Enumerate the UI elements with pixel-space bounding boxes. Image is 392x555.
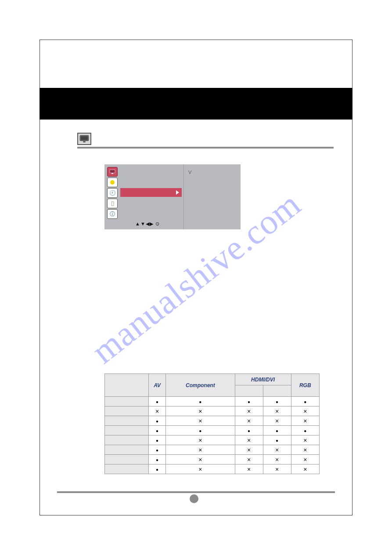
- chapter-title-bar: [40, 88, 352, 120]
- table-cell: [149, 464, 166, 474]
- osd-left-panel: ▲▼◀▶ ⊙: [104, 164, 183, 229]
- table-cell: [235, 435, 263, 445]
- x-mark-icon: [198, 438, 202, 444]
- table-cell: [291, 406, 319, 416]
- osd-right-first-char: V: [188, 170, 191, 175]
- input-source-table: AV Component HDMI/DVI RGB: [104, 374, 320, 474]
- col-hdmi-sub-right: [263, 385, 291, 397]
- row-label: [105, 445, 149, 455]
- table-row: [105, 455, 320, 464]
- x-mark-icon: [275, 418, 279, 424]
- table-cell: [166, 397, 235, 406]
- table-cell: [291, 435, 319, 445]
- x-mark-icon: [198, 447, 202, 453]
- filled-circle-icon: [156, 457, 158, 463]
- svg-rect-1: [81, 136, 88, 140]
- x-mark-icon: [247, 447, 251, 453]
- filled-circle-icon: [248, 399, 250, 405]
- table-cell: [235, 464, 263, 474]
- table-cell: [291, 464, 319, 474]
- table-cell: [149, 397, 166, 406]
- x-mark-icon: [303, 447, 307, 453]
- table-cell: [166, 426, 235, 435]
- table-cell: [235, 455, 263, 464]
- table-cell: [263, 406, 291, 416]
- table-cell: [149, 426, 166, 435]
- clock-icon: [107, 188, 118, 198]
- toolbox-icon: [107, 199, 118, 208]
- table-row: [105, 445, 320, 455]
- filled-circle-icon: [304, 428, 306, 434]
- table-cell: [263, 426, 291, 435]
- x-mark-icon: [303, 438, 307, 444]
- footer-rule: [57, 491, 335, 493]
- table-cell: [291, 455, 319, 464]
- osd-right-panel: V: [183, 164, 241, 229]
- filled-circle-icon: [276, 428, 278, 434]
- col-av: AV: [149, 374, 166, 397]
- x-mark-icon: [275, 409, 279, 415]
- filled-circle-icon: [156, 447, 158, 453]
- table-cell: [291, 397, 319, 406]
- table-cell: [235, 445, 263, 455]
- x-mark-icon: [303, 409, 307, 415]
- table-cell: [235, 406, 263, 416]
- x-mark-icon: [247, 457, 251, 463]
- filled-circle-icon: [156, 428, 158, 434]
- table-cell: [263, 435, 291, 445]
- filled-circle-icon: [156, 437, 158, 443]
- col-component: Component: [166, 374, 235, 397]
- svg-rect-3: [110, 170, 115, 173]
- row-label: [105, 416, 149, 426]
- info-icon: [107, 209, 118, 219]
- table-cell: [263, 445, 291, 455]
- page-number-circle: [190, 494, 198, 503]
- filled-circle-icon: [276, 437, 278, 443]
- osd-icon-column: [107, 167, 119, 219]
- row-label: [105, 397, 149, 406]
- table-cell: [149, 455, 166, 464]
- table-cell: [166, 455, 235, 464]
- table-cell: [166, 435, 235, 445]
- table-row: [105, 406, 320, 416]
- table-body: [105, 397, 320, 474]
- table-row: [105, 426, 320, 435]
- table-cell: [166, 416, 235, 426]
- x-mark-icon: [247, 467, 251, 473]
- table-row: [105, 435, 320, 445]
- col-rgb: RGB: [291, 374, 319, 397]
- x-mark-icon: [303, 418, 307, 424]
- table-cell: [291, 426, 319, 435]
- svg-rect-4: [111, 173, 113, 174]
- table-cell: [263, 397, 291, 406]
- filled-circle-icon: [156, 466, 158, 472]
- chevron-right-icon: [176, 190, 179, 195]
- x-mark-icon: [275, 467, 279, 473]
- filled-circle-icon: [156, 399, 158, 405]
- table-cell: [149, 416, 166, 426]
- table-row: [105, 416, 320, 426]
- table-cell: [166, 406, 235, 416]
- table-cell: [291, 445, 319, 455]
- x-mark-icon: [303, 467, 307, 473]
- x-mark-icon: [303, 457, 307, 463]
- row-label: [105, 464, 149, 474]
- x-mark-icon: [198, 418, 202, 424]
- row-label: [105, 455, 149, 464]
- table-cell: [149, 406, 166, 416]
- table-cell: [166, 445, 235, 455]
- table-row: [105, 464, 320, 474]
- filled-circle-icon: [199, 399, 201, 405]
- row-label: [105, 426, 149, 435]
- section-header: [77, 131, 334, 149]
- osd-screenshot: ▲▼◀▶ ⊙ V: [104, 164, 241, 229]
- filled-circle-icon: [304, 399, 306, 405]
- filled-circle-icon: [199, 428, 201, 434]
- x-mark-icon: [275, 457, 279, 463]
- monitor-icon: [77, 133, 91, 145]
- table-cell: [263, 416, 291, 426]
- osd-nav-hint: ▲▼◀▶ ⊙: [135, 221, 160, 227]
- table-cell: [291, 416, 319, 426]
- filled-circle-icon: [248, 428, 250, 434]
- row-label: [105, 406, 149, 416]
